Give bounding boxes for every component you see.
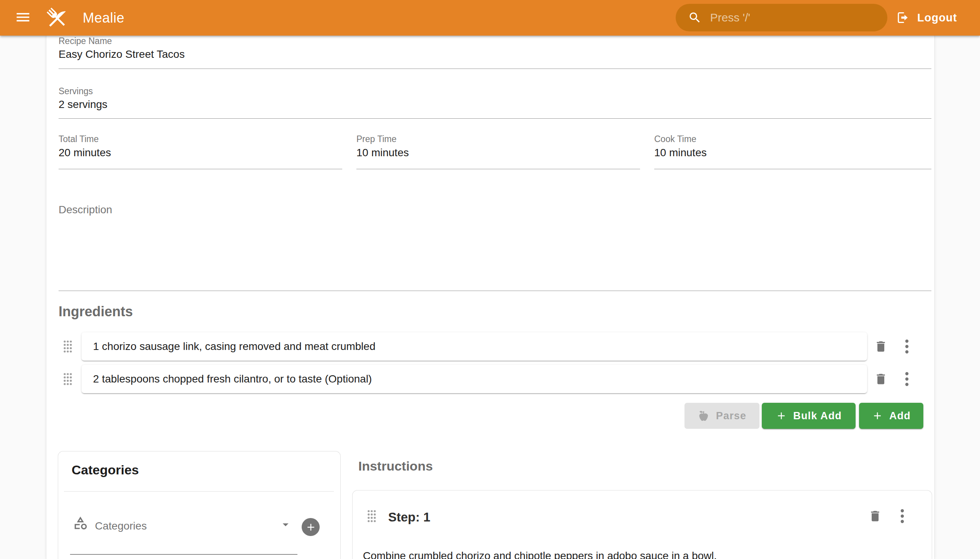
recipe-name-label: Recipe Name [59, 36, 112, 46]
add-category-button[interactable] [302, 518, 320, 536]
step-menu-button[interactable] [901, 509, 904, 523]
prep-time-label: Prep Time [356, 134, 397, 144]
apple-icon [697, 410, 710, 422]
menu-icon[interactable] [14, 8, 32, 27]
logout-button[interactable]: Logout [894, 6, 957, 29]
instruction-step-card [352, 490, 932, 559]
kebab-icon [905, 339, 909, 354]
servings-underline [59, 118, 931, 119]
logout-label: Logout [917, 12, 957, 24]
description-textarea[interactable] [59, 218, 931, 290]
parse-label: Parse [716, 410, 747, 422]
total-time-input[interactable]: 20 minutes [59, 147, 111, 159]
ingredient-input[interactable]: 2 tablespoons chopped fresh cilantro, or… [81, 365, 867, 393]
plus-icon [872, 410, 883, 422]
ingredients-heading: Ingredients [59, 304, 133, 320]
categories-divider [64, 491, 334, 491]
cook-time-underline [654, 169, 931, 169]
prep-time-underline [356, 169, 640, 169]
trash-icon [874, 372, 888, 386]
search-input[interactable]: Press '/' [676, 4, 887, 31]
mealie-logo-icon [45, 5, 69, 30]
drag-handle-icon[interactable] [63, 340, 73, 353]
bulk-add-label: Bulk Add [793, 410, 842, 422]
search-placeholder: Press '/' [710, 11, 750, 24]
parse-button[interactable]: Parse [684, 403, 760, 429]
recipe-name-underline [59, 69, 931, 69]
app-title: Mealie [83, 10, 124, 26]
ingredient-menu-button[interactable] [905, 372, 909, 386]
delete-ingredient-button[interactable] [874, 340, 888, 353]
recipe-name-input[interactable]: Easy Chorizo Street Tacos [59, 48, 185, 61]
trash-icon [868, 509, 882, 523]
categories-select-label: Categories [95, 520, 147, 532]
add-ingredient-button[interactable]: Add [859, 403, 923, 429]
categories-select-underline [70, 554, 297, 555]
drag-handle-icon[interactable] [63, 372, 73, 386]
ingredient-input[interactable]: 1 chorizo sausage link, casing removed a… [81, 332, 867, 361]
ingredient-text: 1 chorizo sausage link, casing removed a… [93, 341, 375, 352]
description-label: Description [59, 204, 112, 216]
cook-time-label: Cook Time [654, 134, 696, 144]
hamburger-icon [15, 9, 31, 26]
categories-card-title: Categories [71, 463, 139, 478]
delete-ingredient-button[interactable] [874, 372, 888, 386]
plus-icon [775, 410, 787, 422]
servings-label: Servings [59, 86, 93, 96]
search-icon [688, 11, 702, 25]
ingredient-text: 2 tablespoons chopped fresh cilantro, or… [93, 373, 372, 385]
plus-icon [305, 521, 317, 533]
servings-input[interactable]: 2 servings [59, 98, 107, 111]
cook-time-input[interactable]: 10 minutes [654, 147, 707, 159]
total-time-underline [59, 169, 342, 169]
app-bar: Mealie Press '/' Logout [0, 0, 980, 36]
logout-icon [894, 10, 910, 25]
kebab-icon [901, 509, 904, 523]
trash-icon [874, 340, 888, 353]
ingredient-menu-button[interactable] [905, 339, 909, 354]
delete-step-button[interactable] [868, 509, 882, 523]
description-underline [59, 291, 931, 291]
shapes-icon [73, 515, 88, 531]
total-time-label: Total Time [59, 134, 99, 144]
step-text-input[interactable]: Combine crumbled chorizo and chipotle pe… [363, 550, 914, 559]
drag-handle-icon[interactable] [367, 509, 377, 523]
prep-time-input[interactable]: 10 minutes [356, 147, 409, 159]
step-title: Step: 1 [388, 510, 430, 524]
add-label: Add [889, 410, 911, 422]
instructions-heading: Instructions [358, 459, 433, 474]
kebab-icon [905, 372, 909, 386]
bulk-add-button[interactable]: Bulk Add [762, 403, 856, 429]
chevron-down-icon[interactable] [279, 518, 293, 531]
